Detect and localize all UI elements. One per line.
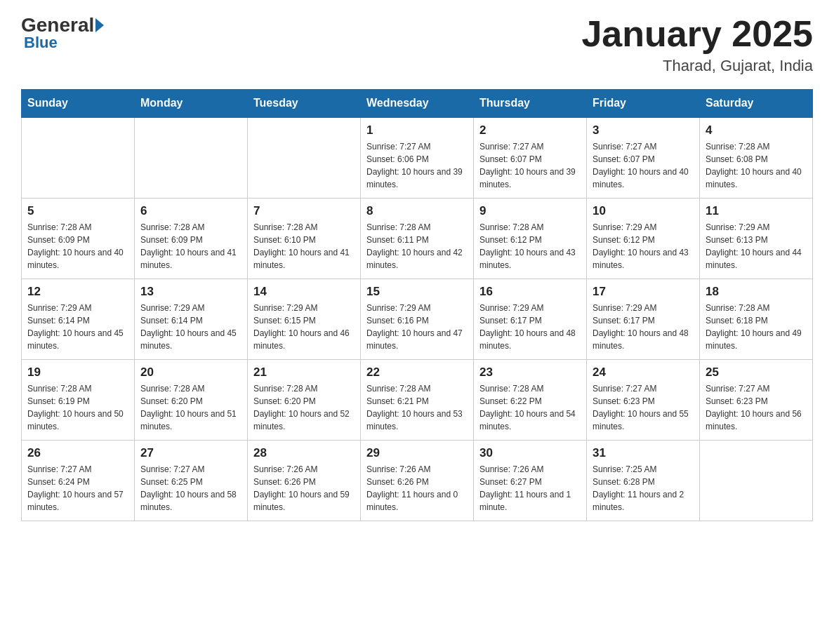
header-cell-friday: Friday — [587, 90, 700, 118]
day-info: Sunrise: 7:29 AM Sunset: 6:14 PM Dayligh… — [140, 302, 241, 352]
header-cell-sunday: Sunday — [22, 90, 135, 118]
day-cell: 9Sunrise: 7:28 AM Sunset: 6:12 PM Daylig… — [474, 199, 587, 279]
day-number: 29 — [366, 446, 468, 460]
day-number: 3 — [593, 123, 694, 137]
day-cell: 29Sunrise: 7:26 AM Sunset: 6:26 PM Dayli… — [361, 441, 474, 521]
day-cell: 20Sunrise: 7:28 AM Sunset: 6:20 PM Dayli… — [135, 360, 248, 441]
day-info: Sunrise: 7:29 AM Sunset: 6:12 PM Dayligh… — [593, 221, 694, 271]
day-info: Sunrise: 7:29 AM Sunset: 6:17 PM Dayligh… — [479, 302, 581, 352]
day-number: 12 — [27, 285, 128, 299]
day-cell: 7Sunrise: 7:28 AM Sunset: 6:10 PM Daylig… — [248, 199, 361, 279]
day-number: 23 — [479, 365, 581, 380]
day-number: 14 — [253, 285, 355, 299]
day-cell: 2Sunrise: 7:27 AM Sunset: 6:07 PM Daylig… — [474, 117, 587, 199]
month-title: January 2025 — [581, 14, 813, 54]
day-info: Sunrise: 7:27 AM Sunset: 6:06 PM Dayligh… — [366, 140, 468, 191]
week-row-4: 19Sunrise: 7:28 AM Sunset: 6:19 PM Dayli… — [22, 360, 813, 441]
day-info: Sunrise: 7:27 AM Sunset: 6:25 PM Dayligh… — [140, 463, 241, 514]
calendar-body: 1Sunrise: 7:27 AM Sunset: 6:06 PM Daylig… — [22, 117, 813, 521]
day-cell: 6Sunrise: 7:28 AM Sunset: 6:09 PM Daylig… — [135, 199, 248, 279]
day-cell: 31Sunrise: 7:25 AM Sunset: 6:28 PM Dayli… — [587, 441, 700, 521]
day-cell: 24Sunrise: 7:27 AM Sunset: 6:23 PM Dayli… — [587, 360, 700, 441]
location-subtitle: Tharad, Gujarat, India — [581, 57, 813, 75]
header-cell-monday: Monday — [135, 90, 248, 118]
day-number: 27 — [140, 446, 241, 460]
day-info: Sunrise: 7:28 AM Sunset: 6:22 PM Dayligh… — [479, 382, 581, 433]
day-number: 28 — [253, 446, 355, 460]
day-info: Sunrise: 7:27 AM Sunset: 6:07 PM Dayligh… — [593, 140, 694, 191]
day-info: Sunrise: 7:27 AM Sunset: 6:23 PM Dayligh… — [593, 382, 694, 433]
day-cell: 5Sunrise: 7:28 AM Sunset: 6:09 PM Daylig… — [22, 199, 135, 279]
day-number: 25 — [706, 365, 807, 380]
day-cell: 4Sunrise: 7:28 AM Sunset: 6:08 PM Daylig… — [700, 117, 813, 199]
day-number: 7 — [253, 204, 355, 218]
day-cell: 3Sunrise: 7:27 AM Sunset: 6:07 PM Daylig… — [587, 117, 700, 199]
day-cell: 14Sunrise: 7:29 AM Sunset: 6:15 PM Dayli… — [248, 279, 361, 360]
day-number: 10 — [593, 204, 694, 218]
day-info: Sunrise: 7:26 AM Sunset: 6:26 PM Dayligh… — [366, 463, 468, 514]
day-cell: 27Sunrise: 7:27 AM Sunset: 6:25 PM Dayli… — [135, 441, 248, 521]
day-number: 15 — [366, 285, 468, 299]
calendar-header: SundayMondayTuesdayWednesdayThursdayFrid… — [22, 90, 813, 118]
day-number: 8 — [366, 204, 468, 218]
day-info: Sunrise: 7:29 AM Sunset: 6:15 PM Dayligh… — [253, 302, 355, 352]
day-cell — [700, 441, 813, 521]
day-info: Sunrise: 7:25 AM Sunset: 6:28 PM Dayligh… — [593, 463, 694, 514]
day-info: Sunrise: 7:28 AM Sunset: 6:19 PM Dayligh… — [27, 382, 128, 433]
day-info: Sunrise: 7:28 AM Sunset: 6:21 PM Dayligh… — [366, 382, 468, 433]
day-number: 2 — [479, 123, 581, 137]
day-info: Sunrise: 7:26 AM Sunset: 6:26 PM Dayligh… — [253, 463, 355, 514]
day-cell: 10Sunrise: 7:29 AM Sunset: 6:12 PM Dayli… — [587, 199, 700, 279]
day-cell: 19Sunrise: 7:28 AM Sunset: 6:19 PM Dayli… — [22, 360, 135, 441]
day-cell: 16Sunrise: 7:29 AM Sunset: 6:17 PM Dayli… — [474, 279, 587, 360]
day-cell — [135, 117, 248, 199]
day-info: Sunrise: 7:27 AM Sunset: 6:07 PM Dayligh… — [479, 140, 581, 191]
day-info: Sunrise: 7:27 AM Sunset: 6:23 PM Dayligh… — [706, 382, 807, 433]
day-info: Sunrise: 7:28 AM Sunset: 6:09 PM Dayligh… — [27, 221, 128, 271]
day-cell: 1Sunrise: 7:27 AM Sunset: 6:06 PM Daylig… — [361, 117, 474, 199]
header-cell-tuesday: Tuesday — [248, 90, 361, 118]
day-cell — [22, 117, 135, 199]
header-cell-saturday: Saturday — [700, 90, 813, 118]
week-row-2: 5Sunrise: 7:28 AM Sunset: 6:09 PM Daylig… — [22, 199, 813, 279]
logo-blue-text: Blue — [21, 34, 58, 52]
day-cell: 22Sunrise: 7:28 AM Sunset: 6:21 PM Dayli… — [361, 360, 474, 441]
day-cell: 23Sunrise: 7:28 AM Sunset: 6:22 PM Dayli… — [474, 360, 587, 441]
day-info: Sunrise: 7:28 AM Sunset: 6:09 PM Dayligh… — [140, 221, 241, 271]
day-number: 11 — [706, 204, 807, 218]
day-number: 4 — [706, 123, 807, 137]
title-area: January 2025 Tharad, Gujarat, India — [581, 14, 813, 75]
day-number: 17 — [593, 285, 694, 299]
day-cell: 8Sunrise: 7:28 AM Sunset: 6:11 PM Daylig… — [361, 199, 474, 279]
day-number: 31 — [593, 446, 694, 460]
calendar-table: SundayMondayTuesdayWednesdayThursdayFrid… — [21, 89, 813, 521]
day-number: 20 — [140, 365, 241, 380]
day-cell: 11Sunrise: 7:29 AM Sunset: 6:13 PM Dayli… — [700, 199, 813, 279]
day-number: 5 — [27, 204, 128, 218]
day-number: 22 — [366, 365, 468, 380]
week-row-3: 12Sunrise: 7:29 AM Sunset: 6:14 PM Dayli… — [22, 279, 813, 360]
week-row-5: 26Sunrise: 7:27 AM Sunset: 6:24 PM Dayli… — [22, 441, 813, 521]
day-info: Sunrise: 7:28 AM Sunset: 6:18 PM Dayligh… — [706, 302, 807, 352]
day-cell: 30Sunrise: 7:26 AM Sunset: 6:27 PM Dayli… — [474, 441, 587, 521]
day-cell: 25Sunrise: 7:27 AM Sunset: 6:23 PM Dayli… — [700, 360, 813, 441]
week-row-1: 1Sunrise: 7:27 AM Sunset: 6:06 PM Daylig… — [22, 117, 813, 199]
logo: General Blue — [21, 14, 104, 52]
day-info: Sunrise: 7:28 AM Sunset: 6:10 PM Dayligh… — [253, 221, 355, 271]
day-cell: 28Sunrise: 7:26 AM Sunset: 6:26 PM Dayli… — [248, 441, 361, 521]
header-cell-thursday: Thursday — [474, 90, 587, 118]
day-number: 24 — [593, 365, 694, 380]
day-number: 16 — [479, 285, 581, 299]
day-number: 1 — [366, 123, 468, 137]
day-info: Sunrise: 7:28 AM Sunset: 6:12 PM Dayligh… — [479, 221, 581, 271]
day-info: Sunrise: 7:29 AM Sunset: 6:17 PM Dayligh… — [593, 302, 694, 352]
day-number: 19 — [27, 365, 128, 380]
day-number: 6 — [140, 204, 241, 218]
day-info: Sunrise: 7:28 AM Sunset: 6:20 PM Dayligh… — [253, 382, 355, 433]
day-cell: 26Sunrise: 7:27 AM Sunset: 6:24 PM Dayli… — [22, 441, 135, 521]
page-header: General Blue January 2025 Tharad, Gujara… — [21, 14, 813, 75]
header-cell-wednesday: Wednesday — [361, 90, 474, 118]
day-number: 18 — [706, 285, 807, 299]
day-number: 13 — [140, 285, 241, 299]
day-info: Sunrise: 7:28 AM Sunset: 6:11 PM Dayligh… — [366, 221, 468, 271]
